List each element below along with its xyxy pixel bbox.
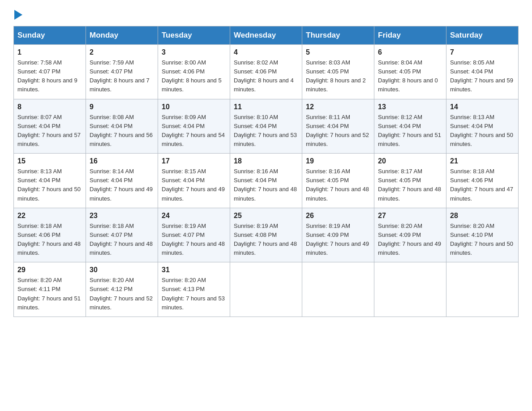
col-header-saturday: Saturday — [446, 26, 519, 45]
calendar-week-row: 1Sunrise: 7:58 AMSunset: 4:07 PMDaylight… — [14, 45, 519, 99]
col-header-wednesday: Wednesday — [230, 26, 302, 45]
calendar-week-row: 15Sunrise: 8:13 AMSunset: 4:04 PMDayligh… — [14, 154, 519, 208]
calendar-cell: 5Sunrise: 8:03 AMSunset: 4:05 PMDaylight… — [302, 45, 374, 99]
day-info: Sunrise: 8:18 AMSunset: 4:06 PMDaylight:… — [450, 167, 515, 203]
calendar-cell: 7Sunrise: 8:05 AMSunset: 4:04 PMDaylight… — [446, 45, 519, 99]
col-header-tuesday: Tuesday — [158, 26, 230, 45]
calendar-cell: 12Sunrise: 8:11 AMSunset: 4:04 PMDayligh… — [302, 99, 374, 154]
calendar-cell: 21Sunrise: 8:18 AMSunset: 4:06 PMDayligh… — [446, 154, 519, 208]
calendar-week-row: 8Sunrise: 8:07 AMSunset: 4:04 PMDaylight… — [14, 99, 519, 154]
day-info: Sunrise: 8:18 AMSunset: 4:07 PMDaylight:… — [90, 222, 154, 258]
day-number: 2 — [90, 48, 154, 56]
day-info: Sunrise: 8:16 AMSunset: 4:04 PMDaylight:… — [234, 167, 298, 203]
calendar-week-row: 29Sunrise: 8:20 AMSunset: 4:11 PMDayligh… — [14, 262, 519, 317]
calendar-table: SundayMondayTuesdayWednesdayThursdayFrid… — [13, 26, 519, 317]
calendar-cell: 8Sunrise: 8:07 AMSunset: 4:04 PMDaylight… — [14, 99, 86, 154]
day-info: Sunrise: 8:19 AMSunset: 4:07 PMDaylight:… — [162, 222, 226, 258]
day-info: Sunrise: 8:05 AMSunset: 4:04 PMDaylight:… — [450, 58, 515, 94]
calendar-week-row: 22Sunrise: 8:18 AMSunset: 4:06 PMDayligh… — [14, 208, 519, 262]
day-number: 11 — [234, 103, 298, 111]
day-number: 3 — [162, 48, 226, 56]
day-info: Sunrise: 8:19 AMSunset: 4:08 PMDaylight:… — [234, 222, 298, 258]
calendar-cell: 23Sunrise: 8:18 AMSunset: 4:07 PMDayligh… — [86, 208, 158, 262]
calendar-cell — [302, 262, 374, 317]
calendar-cell — [374, 262, 446, 317]
calendar-cell: 17Sunrise: 8:15 AMSunset: 4:04 PMDayligh… — [158, 154, 230, 208]
day-info: Sunrise: 8:04 AMSunset: 4:05 PMDaylight:… — [378, 58, 442, 94]
day-number: 7 — [450, 48, 515, 56]
day-number: 29 — [17, 266, 82, 274]
calendar-cell — [230, 262, 302, 317]
day-number: 27 — [378, 212, 442, 220]
day-number: 1 — [17, 48, 82, 56]
calendar-cell: 4Sunrise: 8:02 AMSunset: 4:06 PMDaylight… — [230, 45, 302, 99]
calendar-cell: 16Sunrise: 8:14 AMSunset: 4:04 PMDayligh… — [86, 154, 158, 208]
day-info: Sunrise: 8:09 AMSunset: 4:04 PMDaylight:… — [162, 113, 226, 149]
day-info: Sunrise: 8:02 AMSunset: 4:06 PMDaylight:… — [234, 58, 298, 94]
day-number: 19 — [306, 157, 370, 165]
day-number: 18 — [234, 157, 298, 165]
calendar-cell: 1Sunrise: 7:58 AMSunset: 4:07 PMDaylight… — [14, 45, 86, 99]
calendar-header-row: SundayMondayTuesdayWednesdayThursdayFrid… — [14, 26, 519, 45]
day-number: 22 — [17, 212, 82, 220]
day-info: Sunrise: 8:18 AMSunset: 4:06 PMDaylight:… — [17, 222, 82, 258]
col-header-friday: Friday — [374, 26, 446, 45]
calendar-cell: 2Sunrise: 7:59 AMSunset: 4:07 PMDaylight… — [86, 45, 158, 99]
day-number: 15 — [17, 157, 82, 165]
col-header-monday: Monday — [86, 26, 158, 45]
svg-marker-0 — [14, 10, 22, 20]
day-number: 8 — [17, 103, 82, 111]
day-number: 9 — [90, 103, 154, 111]
day-info: Sunrise: 7:58 AMSunset: 4:07 PMDaylight:… — [17, 58, 82, 94]
page-header — [13, 9, 519, 19]
day-number: 6 — [378, 48, 442, 56]
day-info: Sunrise: 8:20 AMSunset: 4:12 PMDaylight:… — [90, 276, 154, 312]
calendar-cell: 20Sunrise: 8:17 AMSunset: 4:05 PMDayligh… — [374, 154, 446, 208]
day-number: 16 — [90, 157, 154, 165]
calendar-cell: 27Sunrise: 8:20 AMSunset: 4:09 PMDayligh… — [374, 208, 446, 262]
col-header-thursday: Thursday — [302, 26, 374, 45]
logo — [13, 9, 22, 19]
day-info: Sunrise: 7:59 AMSunset: 4:07 PMDaylight:… — [90, 58, 154, 94]
col-header-sunday: Sunday — [14, 26, 86, 45]
calendar-cell: 15Sunrise: 8:13 AMSunset: 4:04 PMDayligh… — [14, 154, 86, 208]
day-info: Sunrise: 8:14 AMSunset: 4:04 PMDaylight:… — [90, 167, 154, 203]
logo-arrow-icon — [13, 10, 22, 20]
day-number: 28 — [450, 212, 515, 220]
day-number: 12 — [306, 103, 370, 111]
day-number: 23 — [90, 212, 154, 220]
day-info: Sunrise: 8:12 AMSunset: 4:04 PMDaylight:… — [378, 113, 442, 149]
day-info: Sunrise: 8:07 AMSunset: 4:04 PMDaylight:… — [17, 113, 82, 149]
day-number: 25 — [234, 212, 298, 220]
day-info: Sunrise: 8:10 AMSunset: 4:04 PMDaylight:… — [234, 113, 298, 149]
day-info: Sunrise: 8:20 AMSunset: 4:09 PMDaylight:… — [378, 222, 442, 258]
calendar-cell: 14Sunrise: 8:13 AMSunset: 4:04 PMDayligh… — [446, 99, 519, 154]
day-info: Sunrise: 8:00 AMSunset: 4:06 PMDaylight:… — [162, 58, 226, 94]
calendar-cell: 24Sunrise: 8:19 AMSunset: 4:07 PMDayligh… — [158, 208, 230, 262]
day-info: Sunrise: 8:03 AMSunset: 4:05 PMDaylight:… — [306, 58, 370, 94]
day-number: 5 — [306, 48, 370, 56]
day-number: 24 — [162, 212, 226, 220]
calendar-cell: 28Sunrise: 8:20 AMSunset: 4:10 PMDayligh… — [446, 208, 519, 262]
calendar-cell: 29Sunrise: 8:20 AMSunset: 4:11 PMDayligh… — [14, 262, 86, 317]
day-number: 4 — [234, 48, 298, 56]
calendar-cell: 9Sunrise: 8:08 AMSunset: 4:04 PMDaylight… — [86, 99, 158, 154]
calendar-cell: 25Sunrise: 8:19 AMSunset: 4:08 PMDayligh… — [230, 208, 302, 262]
calendar-cell: 19Sunrise: 8:16 AMSunset: 4:05 PMDayligh… — [302, 154, 374, 208]
day-info: Sunrise: 8:08 AMSunset: 4:04 PMDaylight:… — [90, 113, 154, 149]
calendar-cell: 22Sunrise: 8:18 AMSunset: 4:06 PMDayligh… — [14, 208, 86, 262]
day-info: Sunrise: 8:15 AMSunset: 4:04 PMDaylight:… — [162, 167, 226, 203]
day-info: Sunrise: 8:20 AMSunset: 4:11 PMDaylight:… — [17, 276, 82, 312]
day-info: Sunrise: 8:13 AMSunset: 4:04 PMDaylight:… — [17, 167, 82, 203]
day-number: 14 — [450, 103, 515, 111]
calendar-cell: 30Sunrise: 8:20 AMSunset: 4:12 PMDayligh… — [86, 262, 158, 317]
day-info: Sunrise: 8:20 AMSunset: 4:13 PMDaylight:… — [162, 276, 226, 312]
calendar-cell: 10Sunrise: 8:09 AMSunset: 4:04 PMDayligh… — [158, 99, 230, 154]
day-number: 30 — [90, 266, 154, 274]
day-number: 26 — [306, 212, 370, 220]
day-number: 17 — [162, 157, 226, 165]
day-number: 31 — [162, 266, 226, 274]
day-info: Sunrise: 8:11 AMSunset: 4:04 PMDaylight:… — [306, 113, 370, 149]
calendar-cell: 6Sunrise: 8:04 AMSunset: 4:05 PMDaylight… — [374, 45, 446, 99]
calendar-cell: 18Sunrise: 8:16 AMSunset: 4:04 PMDayligh… — [230, 154, 302, 208]
